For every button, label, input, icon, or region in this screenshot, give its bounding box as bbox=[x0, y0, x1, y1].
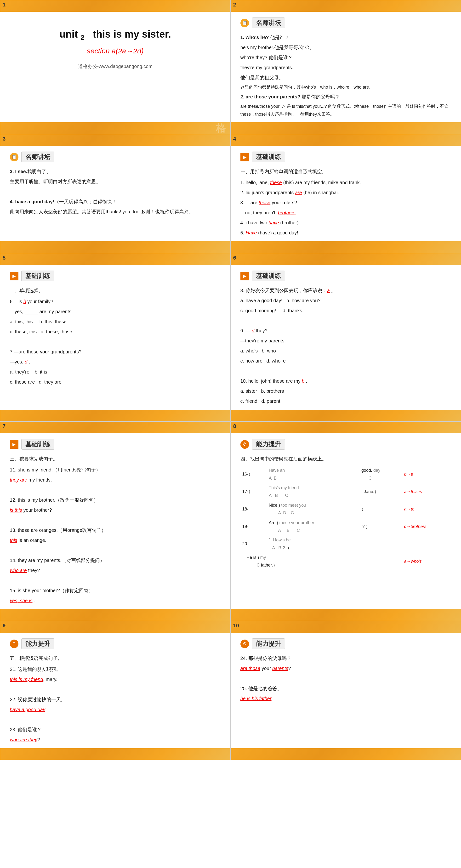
c8-section: 四、找出句中的错误改在后面的横线上。 bbox=[240, 455, 452, 463]
c2-line4: they're my grandparents. bbox=[240, 63, 452, 72]
c8-q16-num: 16·） bbox=[240, 465, 267, 483]
c2-line8: are these/those your...? 是 is this/that … bbox=[240, 102, 452, 118]
c4-q4: 4. i have two have (brother). bbox=[240, 218, 452, 227]
c8-q18-abc: Nice.) too meet you A B C bbox=[267, 500, 360, 518]
watermark-1b: 格 bbox=[216, 122, 225, 134]
c6-q9d: c. how are d. who're bbox=[240, 356, 452, 365]
cell-9: 道 9 ⏱ 能力提升 五、根据汉语完成句子。 21. 这是我的朋友玛丽。 thi… bbox=[0, 621, 230, 760]
cell8-header: ⏱ 能力提升 bbox=[240, 437, 452, 452]
c5-section: 二、单项选择。 bbox=[10, 286, 221, 295]
cell-4: 道 4 ▶ 基础训练 一、用括号内所给单词的适当形式填空。 1. hello, … bbox=[230, 134, 461, 253]
c3-line3: 4. have a good day!（一天玩得高兴；过得愉快！ bbox=[10, 197, 221, 206]
c5-q7a: 7.—are those your grandparents? bbox=[10, 347, 221, 356]
bottom-bar-3 bbox=[0, 241, 230, 253]
cell10-content: 24. 那些是你的父母吗？ are those your parents? 25… bbox=[240, 654, 452, 703]
c8-q20-ans bbox=[402, 535, 451, 553]
c10-q25b: he is his father. bbox=[240, 694, 452, 703]
c8-q18-ans: a→to bbox=[402, 500, 451, 518]
cell6-body: ▶ 基础训练 8. 你好友今天要到公园去玩，你应该说：a 。 a. have a… bbox=[231, 265, 461, 421]
cell-number-9: 9 bbox=[3, 623, 5, 629]
c5-q7c: a. they're b. it is bbox=[10, 368, 221, 376]
c9-q22b: have a good day bbox=[10, 705, 221, 714]
cell-number-4: 4 bbox=[233, 136, 236, 142]
cell6-content: 8. 你好友今天要到公园去玩，你应该说：a 。 a. have a good d… bbox=[240, 286, 452, 405]
section-label: section a(2a～2d) bbox=[14, 46, 216, 56]
c8-row19: 19· Are.) these your brother A B C ？） c→… bbox=[240, 518, 452, 535]
exercise-icon-7: ▶ bbox=[10, 440, 19, 449]
cell-8: 道 8 ⏱ 能力提升 四、找出句中的错误改在后面的横线上。 16·） Have … bbox=[230, 422, 461, 621]
c8-q20-ans2: a→who's bbox=[402, 553, 451, 570]
c7-q14b: who are they? bbox=[10, 566, 221, 575]
top-bar-2: 道 bbox=[231, 0, 461, 12]
c7-q14a: 14. they are my parents.（对画线部分提问） bbox=[10, 556, 221, 565]
c8-q19-num: 19· bbox=[240, 518, 267, 535]
c2-line1: 1. who's he? 他是谁？ bbox=[240, 33, 452, 42]
cell10-header: ⏱ 能力提升 bbox=[240, 637, 452, 651]
top-bar-10: 道 bbox=[231, 621, 461, 632]
c9-q23b: who are they? bbox=[10, 735, 221, 744]
c4-q3b: —no, they aren't. brothers bbox=[240, 208, 452, 217]
c8-q20-num: 20· bbox=[240, 535, 267, 553]
c2-line2: he's my brother.他是我哥哥/弟弟。 bbox=[240, 43, 452, 52]
cell4-title: 基础训练 bbox=[252, 152, 285, 162]
c8-row16: 16·） Have anA B good. day C b→a bbox=[240, 465, 452, 483]
bottom-bar-4 bbox=[231, 241, 461, 253]
bottom-bar-9 bbox=[0, 748, 230, 760]
cell-number-7: 7 bbox=[3, 423, 5, 429]
cell-1: 道 1 unit 2 this is my sister. section a(… bbox=[0, 0, 230, 134]
cell10-body: ⏱ 能力提升 24. 那些是你的父母吗？ are those your pare… bbox=[231, 632, 461, 719]
c8-q16-abc: Have anA B bbox=[267, 465, 360, 483]
cell9-title: 能力提升 bbox=[21, 639, 54, 649]
exercise-icon-6: ▶ bbox=[240, 272, 249, 280]
cell4-header: ▶ 基础训练 bbox=[240, 150, 452, 164]
c8-row17: 17·） This's my friendA B C , Jane.） a→th… bbox=[240, 483, 452, 500]
c7-q11b: they are my friends. bbox=[10, 475, 221, 484]
bottom-bar-10 bbox=[231, 748, 461, 760]
c6-q10a: 10. hello, john! these are my b . bbox=[240, 377, 452, 385]
c5-q6a: 6.—is b your family? bbox=[10, 297, 221, 306]
c2-line6: 这里的问句都是特殊疑问句，其中who's＝who is，who're＝who a… bbox=[240, 83, 452, 91]
cell-number-1: 1 bbox=[3, 2, 5, 8]
bottom-bar-6 bbox=[231, 410, 461, 421]
c8-q20-reply: —He is.) my C father.） bbox=[240, 553, 402, 570]
c4-q1: 1. hello, jane, these (this) are my frie… bbox=[240, 178, 452, 187]
c8-q20-abc: ）How's he A B ? .） bbox=[267, 535, 402, 553]
top-bar-6: 道 bbox=[231, 253, 461, 265]
top-bar-1: 道 bbox=[0, 0, 230, 12]
c8-q19-c: ？） bbox=[360, 518, 402, 535]
c8-q16-c: good. day C bbox=[360, 465, 402, 483]
watermark-4: 道 bbox=[447, 187, 456, 200]
c7-q15a: 15. is she your mother?（作肯定回答） bbox=[10, 586, 221, 595]
lecture-icon-3: 📋 bbox=[10, 153, 19, 161]
lecture-icon-2: 📋 bbox=[240, 19, 249, 27]
c6-q9b: —they're my parents. bbox=[240, 336, 452, 345]
c8-table: 16·） Have anA B good. day C b→a 17·） Thi… bbox=[240, 465, 452, 570]
ability-icon-9: ⏱ bbox=[10, 640, 19, 648]
cell5-body: ▶ 基础训练 二、单项选择。 6.—is b your family? —yes… bbox=[0, 265, 230, 402]
top-bar-3: 道 bbox=[0, 134, 230, 146]
c9-q21b: this is my friend, mary. bbox=[10, 675, 221, 684]
cell6-header: ▶ 基础训练 bbox=[240, 269, 452, 283]
cell-3: 道 3 📋 名师讲坛 3. I see.我明白了。 主要用于听懂、听明白对方所表… bbox=[0, 134, 230, 253]
c6-q10c: c. friend d. parent bbox=[240, 397, 452, 405]
c7-section: 三、按要求完成句子。 bbox=[10, 455, 221, 463]
cell7-content: 三、按要求完成句子。 11. she is my friend.（用friend… bbox=[10, 455, 221, 605]
cell2-header: 📋 名师讲坛 bbox=[240, 16, 452, 30]
top-bar-4: 道 bbox=[231, 134, 461, 146]
watermark-5: 道 bbox=[216, 331, 225, 344]
cell2-content: 1. who's he? 他是谁？ he's my brother.他是我哥哥/… bbox=[240, 33, 452, 118]
c9-q21a: 21. 这是我的朋友玛丽。 bbox=[10, 665, 221, 674]
cell-number-3: 3 bbox=[3, 136, 5, 142]
c3-line1: 3. I see.我明白了。 bbox=[10, 167, 221, 176]
cell3-body: 📋 名师讲坛 3. I see.我明白了。 主要用于听懂、听明白对方所表述的意思… bbox=[0, 146, 230, 232]
cell9-header: ⏱ 能力提升 bbox=[10, 637, 221, 651]
c8-row20: 20· ）How's he A B ? .） bbox=[240, 535, 452, 553]
c6-q8a: 8. 你好友今天要到公园去玩，你应该说：a 。 bbox=[240, 286, 452, 295]
c8-q16-ans: b→a bbox=[402, 465, 451, 483]
unit-word: unit bbox=[59, 29, 78, 40]
c3-line4: 此句用来向别人表达美好的愿望。其答语要用thanks! you, too.多谢！… bbox=[10, 207, 221, 216]
bottom-bar-8 bbox=[231, 609, 461, 621]
c5-q6d: c. these, this d. these, those bbox=[10, 327, 221, 336]
c5-q6b: —yes, _____ are my parents. bbox=[10, 307, 221, 316]
c9-q23a: 23. 他们是谁？ bbox=[10, 725, 221, 734]
